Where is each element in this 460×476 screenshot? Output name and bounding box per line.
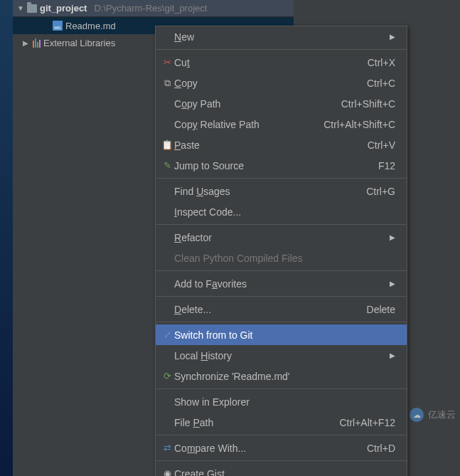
menu-new[interactable]: New — [156, 26, 407, 47]
project-path-label: D:\Pycharm-Res\git_project — [94, 3, 207, 14]
context-menu: New ✂ Cut Ctrl+X ⧉ Copy Ctrl+C Copy Path… — [155, 26, 407, 476]
menu-separator — [156, 296, 407, 297]
external-libraries-label: External Libraries — [43, 38, 115, 48]
sync-icon: ⟳ — [160, 371, 174, 381]
menu-synchronize[interactable]: ⟳ Synchronize 'Readme.md' — [156, 366, 407, 386]
folder-icon — [27, 4, 37, 13]
menu-label-text: Clean Python Compiled Files — [174, 253, 395, 264]
github-icon: ◉ — [160, 468, 174, 476]
menu-shortcut: Ctrl+D — [367, 443, 395, 454]
menu-compare-with[interactable]: ⇄ Compare With... Ctrl+D — [156, 438, 407, 458]
expand-arrow-icon[interactable] — [17, 4, 24, 12]
pencil-icon: ✎ — [160, 160, 174, 171]
submenu-arrow-icon — [388, 280, 395, 287]
menu-find-usages[interactable]: Find Usages Ctrl+G — [156, 181, 407, 201]
menu-separator — [156, 388, 407, 389]
menu-shortcut: F12 — [378, 160, 395, 171]
menu-create-gist[interactable]: ◉ Create Gist... — [156, 463, 407, 476]
menu-separator — [156, 178, 407, 179]
menu-inspect-code[interactable]: Inspect Code... — [156, 201, 407, 222]
menu-switch-to-git[interactable]: ⤢ Switch from to Git — [156, 324, 407, 345]
copy-icon: ⧉ — [160, 78, 174, 89]
menu-jump-to-source[interactable]: ✎ Jump to Source F12 — [156, 155, 407, 176]
menu-delete[interactable]: Delete... Delete — [156, 299, 407, 319]
menu-separator — [156, 460, 407, 461]
menu-shortcut: Ctrl+Alt+Shift+C — [323, 119, 395, 130]
library-icon — [33, 38, 41, 48]
submenu-arrow-icon — [388, 233, 395, 241]
menu-label-text: Switch from to Git — [174, 329, 395, 341]
menu-show-in-explorer[interactable]: Show in Explorer — [156, 391, 407, 412]
watermark: ☁ 亿速云 — [410, 408, 456, 422]
menu-shortcut: Ctrl+Shift+C — [341, 98, 395, 110]
menu-copy-relative-path[interactable]: Copy Relative Path Ctrl+Alt+Shift+C — [156, 114, 407, 134]
compare-icon: ⇄ — [160, 443, 174, 453]
menu-shortcut: Delete — [367, 304, 395, 315]
menu-add-to-favorites[interactable]: Add to Favorites — [156, 273, 407, 294]
menu-cut[interactable]: ✂ Cut Ctrl+X — [156, 52, 407, 73]
menu-shortcut: Ctrl+Alt+F12 — [339, 417, 395, 428]
menu-copy-path[interactable]: Copy Path Ctrl+Shift+C — [156, 93, 407, 114]
menu-separator — [156, 49, 407, 50]
menu-shortcut: Ctrl+C — [367, 78, 395, 89]
clipboard-icon: 📋 — [160, 139, 174, 150]
file-name-label: Readme.md — [65, 21, 116, 31]
menu-file-path[interactable]: File Path Ctrl+Alt+F12 — [156, 412, 407, 433]
menu-separator — [156, 270, 407, 271]
expand-arrow-icon[interactable] — [23, 39, 30, 47]
menu-copy[interactable]: ⧉ Copy Ctrl+C — [156, 73, 407, 93]
project-name-label: git_project — [40, 3, 87, 14]
menu-label-text: Create Gist... — [174, 468, 395, 477]
menu-shortcut: Ctrl+G — [366, 186, 395, 197]
menu-label-text: ew — [181, 31, 194, 43]
menu-shortcut: Ctrl+X — [368, 57, 395, 68]
menu-local-history[interactable]: Local History — [156, 345, 407, 366]
menu-label-text: Jump to Source — [174, 160, 378, 171]
menu-refactor[interactable]: Refactor — [156, 227, 407, 248]
menu-separator — [156, 224, 407, 225]
watermark-text: 亿速云 — [428, 408, 456, 421]
menu-separator — [156, 435, 407, 435]
submenu-arrow-icon — [388, 351, 395, 359]
menu-shortcut: Ctrl+V — [368, 139, 395, 151]
menu-label-text: Show in Explorer — [174, 396, 395, 408]
markdown-file-icon: MD — [53, 21, 63, 31]
desktop-background-strip — [0, 0, 13, 476]
watermark-logo-icon: ☁ — [410, 408, 424, 422]
menu-separator — [156, 322, 407, 322]
project-root-node[interactable]: git_project D:\Pycharm-Res\git_project — [13, 0, 294, 17]
git-switch-icon: ⤢ — [160, 329, 174, 340]
scissors-icon: ✂ — [160, 57, 174, 68]
submenu-arrow-icon — [388, 33, 395, 41]
menu-clean-pyc: Clean Python Compiled Files — [156, 248, 407, 268]
menu-label-text: Synchronize 'Readme.md' — [174, 371, 395, 382]
ide-window: git_project D:\Pycharm-Res\git_project M… — [13, 0, 460, 476]
menu-paste[interactable]: 📋 Paste Ctrl+V — [156, 134, 407, 155]
